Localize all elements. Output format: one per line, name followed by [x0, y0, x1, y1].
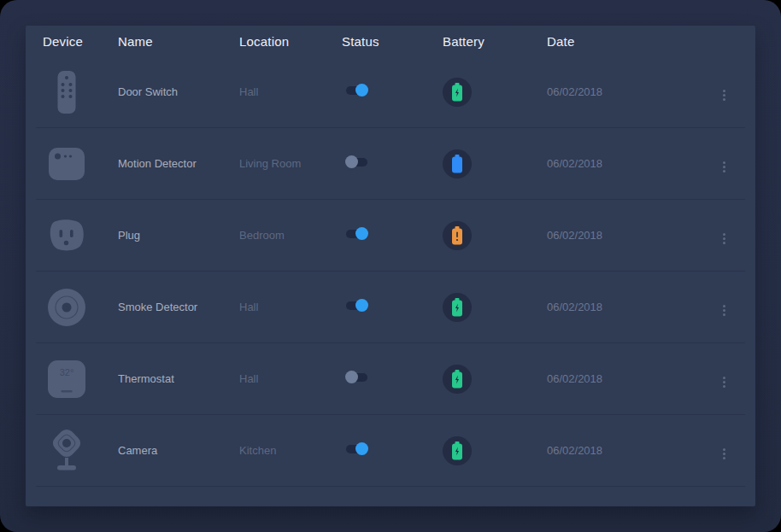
menu-cell — [719, 295, 743, 319]
camera-icon — [43, 424, 91, 478]
device-name: Thermostat — [118, 372, 239, 385]
menu-cell — [719, 224, 743, 248]
kebab-menu-icon[interactable] — [719, 373, 729, 391]
device-cell — [43, 280, 118, 335]
battery-cell — [443, 221, 547, 250]
device-cell — [43, 137, 118, 191]
device-date: 06/02/2018 — [547, 301, 719, 313]
status-cell — [342, 155, 443, 172]
device-date: 06/02/2018 — [547, 85, 719, 98]
battery-icon — [443, 221, 472, 250]
column-header-name: Name — [118, 34, 239, 49]
device-cell — [43, 424, 118, 478]
device-name: Smoke Detector — [118, 301, 239, 313]
column-header-status: Status — [342, 34, 443, 49]
device-location: Hall — [239, 372, 342, 385]
battery-icon — [443, 436, 472, 465]
table-row: Smoke Detector Hall 06/02/2018 — [36, 272, 745, 343]
device-location: Living Room — [239, 157, 342, 170]
status-toggle[interactable] — [346, 155, 368, 168]
device-date: 06/02/2018 — [547, 372, 719, 385]
battery-icon — [443, 293, 472, 322]
battery-cell — [443, 149, 547, 178]
table-row: Plug Bedroom 06/02/2018 — [36, 200, 745, 272]
column-header-battery: Battery — [443, 34, 547, 49]
thermostat-icon: 32° — [43, 352, 91, 406]
battery-cell — [443, 293, 547, 322]
device-name: Door Switch — [118, 85, 239, 98]
device-name: Camera — [118, 444, 239, 457]
battery-icon — [443, 365, 472, 394]
status-cell — [342, 442, 443, 459]
status-cell — [342, 299, 443, 315]
app-background: Device Name Location Status Battery Date — [0, 0, 781, 532]
battery-icon — [443, 149, 472, 178]
status-toggle[interactable] — [346, 442, 368, 455]
status-cell — [342, 84, 443, 100]
battery-cell — [443, 436, 547, 465]
device-cell: 32° — [43, 352, 118, 406]
device-name: Plug — [118, 229, 239, 242]
column-header-device: Device — [43, 34, 118, 49]
battery-cell — [443, 365, 547, 394]
table-header: Device Name Location Status Battery Date — [26, 26, 755, 56]
device-location: Kitchen — [239, 444, 342, 457]
menu-cell — [719, 367, 743, 391]
device-location: Hall — [239, 85, 342, 98]
plug-icon — [43, 208, 91, 263]
devices-table-card: Device Name Location Status Battery Date — [26, 26, 755, 506]
kebab-menu-icon[interactable] — [719, 230, 729, 248]
table-row: Camera Kitchen 06/02/2018 — [36, 415, 745, 487]
status-cell — [342, 371, 443, 387]
device-date: 06/02/2018 — [547, 157, 719, 170]
table-row: Door Switch Hall 06/02/2018 — [36, 56, 745, 128]
menu-cell — [719, 439, 743, 463]
kebab-menu-icon[interactable] — [719, 158, 729, 176]
kebab-menu-icon[interactable] — [719, 445, 729, 463]
table-row: Motion Detector Living Room 06/02/2018 — [36, 128, 745, 200]
status-cell — [342, 227, 443, 243]
device-name: Motion Detector — [118, 157, 239, 170]
kebab-menu-icon[interactable] — [719, 86, 729, 104]
device-location: Bedroom — [239, 229, 342, 242]
thermostat-temperature: 32° — [60, 367, 74, 377]
menu-cell — [719, 80, 743, 104]
smoke-detector-icon — [43, 280, 91, 335]
table-row: 32° Thermostat Hall — [36, 343, 745, 415]
menu-cell — [719, 152, 743, 176]
status-toggle[interactable] — [346, 371, 368, 383]
kebab-menu-icon[interactable] — [719, 301, 729, 319]
status-toggle[interactable] — [346, 299, 368, 312]
remote-icon — [43, 65, 91, 120]
device-cell — [43, 208, 118, 263]
battery-cell — [443, 78, 547, 107]
device-date: 06/02/2018 — [547, 444, 719, 457]
column-header-location: Location — [239, 34, 342, 49]
status-toggle[interactable] — [346, 227, 368, 240]
device-cell — [43, 65, 118, 120]
motion-detector-icon — [43, 137, 91, 191]
device-location: Hall — [239, 301, 342, 313]
device-date: 06/02/2018 — [547, 229, 719, 242]
status-toggle[interactable] — [346, 84, 368, 96]
battery-icon — [443, 78, 472, 107]
column-header-date: Date — [547, 34, 719, 49]
